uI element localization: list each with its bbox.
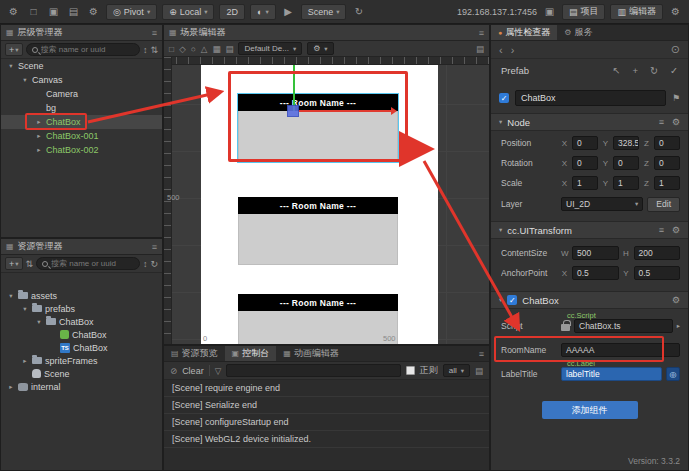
clear-label[interactable]: Clear [182,366,204,376]
console-filter-input[interactable] [227,366,400,377]
preview-play-icon[interactable]: ▶ [281,4,296,19]
export-log-icon[interactable]: ▤ [475,366,483,376]
prefab-apply-icon[interactable]: ✓ [670,65,678,76]
chatbox-component-header[interactable]: ▾ ✓ ChatBox ⚙ [491,291,688,309]
clear-console-icon[interactable]: ⊘ [170,366,177,376]
chatbox-node-visual[interactable]: --- Room Name --- [238,94,398,162]
scene-stats-icon[interactable]: ▤ [476,44,484,54]
prefab-unlink-icon[interactable]: ↖ [613,65,621,76]
component-enabled-checkbox[interactable]: ✓ [507,295,517,305]
hierarchy-search[interactable] [26,43,140,56]
scene-settings-dropdown[interactable]: ⚙ ▾ [307,42,333,55]
prefab-restore-icon[interactable]: ↻ [650,65,658,76]
chevron-down-icon[interactable]: ▾ [7,62,15,70]
sort-assets-icon[interactable]: ⇅ [26,259,34,269]
hierarchy-node-camera[interactable]: Camera [1,87,162,101]
create-asset-button[interactable]: + ▾ [5,257,23,270]
rotation-z-input[interactable]: 0 [654,156,680,170]
hierarchy-node-chatbox-002[interactable]: ▸ ChatBox-002 [1,143,162,157]
add-component-button[interactable]: 添加组件 [542,401,638,419]
hierarchy-more-icon[interactable]: ⇅ [150,45,158,55]
console-menu-icon[interactable]: ≡ [479,349,484,359]
hierarchy-node-chatbox-001[interactable]: ▸ ChatBox-001 [1,129,162,143]
lock-inspector-icon[interactable]: ⊙ [671,43,680,56]
chevron-down-icon[interactable]: ▾ [499,118,502,126]
gear-icon[interactable]: ⚙ [668,4,683,19]
create-node-button[interactable]: + ▾ [5,43,23,56]
prefab-locate-icon[interactable]: + [633,65,639,76]
preview-url[interactable]: 192.168.137.1:7456 [457,7,537,17]
assets-search[interactable] [36,257,140,270]
node-section-header[interactable]: ▾ Node ≡ ⚙ [491,113,688,131]
pivot-dropdown[interactable]: ◎ Pivot ▾ [106,4,157,20]
refresh-icon[interactable]: ↻ [351,4,366,19]
uitransform-section-header[interactable]: ▾ cc.UITransform ≡ ⚙ [491,221,688,239]
device-dropdown[interactable]: Default De... ▾ [238,42,302,55]
preview-target-dropdown[interactable]: Scene ▾ [301,4,347,20]
grid-visibility-icon[interactable]: ▦ [212,44,220,54]
hierarchy-menu-icon[interactable]: ≡ [152,28,157,38]
asset-scene-file[interactable]: Scene [1,367,162,380]
local-dropdown[interactable]: ⊕ Local ▾ [162,4,214,20]
assets-search-input[interactable] [51,259,134,268]
roomname-input[interactable]: AAAAA [561,343,680,357]
script-reference-field[interactable]: ChatBox.ts [574,319,673,333]
asset-folder-prefabs[interactable]: ▾ prefabs [1,302,162,315]
chevron-down-icon[interactable]: ▾ [21,76,29,84]
expand-collapse-icon[interactable]: ↕ [143,45,148,55]
history-back-icon[interactable]: ‹ [499,44,503,56]
component-gear-icon[interactable]: ⚙ [672,295,680,305]
collapse-assets-icon[interactable]: ↕ [143,259,148,269]
layout-icon[interactable]: ▣ [46,4,61,19]
expand-icon[interactable]: □ [26,4,41,19]
caret-right-icon[interactable]: ▸ [677,322,680,330]
hierarchy-node-bg[interactable]: bg [1,101,162,115]
mode-2d-button[interactable]: 2D [219,4,245,20]
copy-url-icon[interactable]: ▣ [542,4,557,19]
uitransform-gear-icon[interactable]: ⚙ [672,225,680,235]
scale-y-input[interactable]: 1 [613,176,639,190]
chevron-right-icon[interactable]: ▸ [21,357,29,365]
contentsize-w-input[interactable]: 500 [572,246,619,260]
bookmark-icon[interactable]: ⚑ [672,93,680,103]
uitransform-menu-icon[interactable]: ≡ [659,225,664,235]
chevron-down-icon[interactable]: ▾ [499,226,502,234]
chatbox-001-node-visual[interactable]: --- Room Name --- [238,197,398,265]
asset-script-chatbox[interactable]: TS ChatBox [1,341,162,354]
hierarchy-node-chatbox[interactable]: ▸ ChatBox [1,115,162,129]
node-menu-icon[interactable]: ≡ [659,117,664,127]
gizmo-xy-plane-handle[interactable] [287,105,299,117]
scale-z-input[interactable]: 1 [654,176,680,190]
target-picker-icon[interactable]: ◎ [666,367,680,381]
tab-console[interactable]: ▣ 控制台 [225,346,277,361]
tab-asset-preview[interactable]: ▤ 资源预览 [164,346,225,361]
filter-funnel-icon[interactable]: ▽ [215,366,222,376]
asset-folder-internal[interactable]: ▸ internal [1,380,162,393]
hierarchy-search-input[interactable] [41,45,134,54]
node-name-input[interactable]: ChatBox [515,90,666,106]
display-icon[interactable]: ▤ [66,4,81,19]
chevron-right-icon[interactable]: ▸ [35,132,43,140]
grid-snap-icon[interactable]: □ [169,44,174,54]
gizmo-icon[interactable]: ▤ [225,44,233,54]
anchorpoint-y-input[interactable]: 0.5 [634,266,681,280]
tab-services[interactable]: ⚙ 服务 [557,25,599,40]
log-level-dropdown[interactable]: all ▾ [443,364,470,377]
scene-viewport[interactable]: 500 --- Room Name --- --- Room Name --- [164,57,489,344]
console-log-list[interactable]: [Scene] require engine end [Scene] Seria… [164,380,489,470]
scene-canvas[interactable]: --- Room Name --- --- Room Name --- --- … [201,63,438,344]
asset-prefab-chatbox[interactable]: ChatBox [1,328,162,341]
chevron-down-icon[interactable]: ▾ [7,292,15,300]
regex-checkbox[interactable] [406,366,415,375]
vertex-snap-icon[interactable]: △ [201,44,208,54]
history-forward-icon[interactable]: › [511,44,515,56]
contentsize-h-input[interactable]: 200 [634,246,681,260]
chevron-right-icon[interactable]: ▸ [35,146,43,154]
open-project-button[interactable]: ▤ 项目 [562,4,606,20]
labeltitle-reference-field[interactable]: labelTitle [561,367,662,381]
position-x-input[interactable]: 0 [572,136,598,150]
asset-folder-spriteframes[interactable]: ▸ spriteFrames [1,354,162,367]
layer-dropdown[interactable]: UI_2D ▾ [561,197,643,211]
rotate-snap-icon[interactable]: ◇ [179,44,186,54]
console-filter[interactable] [226,364,401,377]
